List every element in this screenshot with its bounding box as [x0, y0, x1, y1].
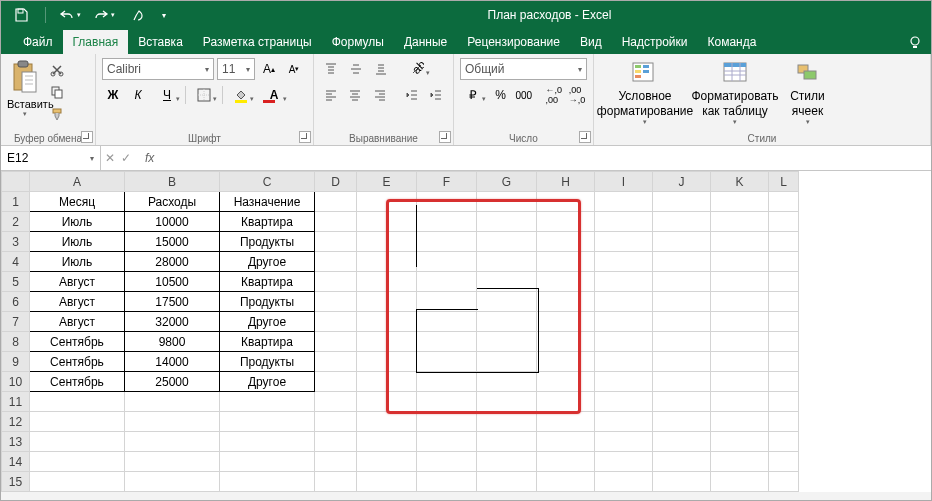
- cell-L4[interactable]: [769, 252, 799, 272]
- cell-H4[interactable]: [537, 252, 595, 272]
- cell-G5[interactable]: [477, 272, 537, 292]
- row-header-2[interactable]: 2: [2, 212, 30, 232]
- cell-F6[interactable]: [417, 292, 477, 312]
- cell-J8[interactable]: [653, 332, 711, 352]
- cell-C13[interactable]: [220, 432, 315, 452]
- cell-J6[interactable]: [653, 292, 711, 312]
- increase-font-button[interactable]: A▴: [258, 58, 280, 80]
- cell-J12[interactable]: [653, 412, 711, 432]
- cell-C14[interactable]: [220, 452, 315, 472]
- cell-C9[interactable]: Продукты: [220, 352, 315, 372]
- row-header-1[interactable]: 1: [2, 192, 30, 212]
- cell-L14[interactable]: [769, 452, 799, 472]
- row-header-10[interactable]: 10: [2, 372, 30, 392]
- cell-K8[interactable]: [711, 332, 769, 352]
- cell-A2[interactable]: Июль: [30, 212, 125, 232]
- tell-me-icon[interactable]: [907, 35, 923, 54]
- cell-G14[interactable]: [477, 452, 537, 472]
- cell-E4[interactable]: [357, 252, 417, 272]
- spreadsheet-grid[interactable]: ABCDEFGHIJKL1МесяцРасходыНазначение2Июль…: [1, 171, 931, 492]
- cell-G4[interactable]: [477, 252, 537, 272]
- cell-H13[interactable]: [537, 432, 595, 452]
- row-header-15[interactable]: 15: [2, 472, 30, 492]
- format-painter-button[interactable]: [45, 104, 69, 124]
- cancel-formula-icon[interactable]: ✕: [105, 151, 115, 165]
- increase-indent-button[interactable]: [425, 84, 447, 106]
- cell-I4[interactable]: [595, 252, 653, 272]
- cell-F9[interactable]: [417, 352, 477, 372]
- row-header-5[interactable]: 5: [2, 272, 30, 292]
- row-header-6[interactable]: 6: [2, 292, 30, 312]
- cell-H12[interactable]: [537, 412, 595, 432]
- col-header-B[interactable]: B: [125, 172, 220, 192]
- tab-review[interactable]: Рецензирование: [457, 30, 570, 54]
- cell-A15[interactable]: [30, 472, 125, 492]
- cell-F11[interactable]: [417, 392, 477, 412]
- cell-F8[interactable]: [417, 332, 477, 352]
- tab-insert[interactable]: Вставка: [128, 30, 193, 54]
- cell-H9[interactable]: [537, 352, 595, 372]
- cell-F10[interactable]: [417, 372, 477, 392]
- cell-D5[interactable]: [315, 272, 357, 292]
- cell-I10[interactable]: [595, 372, 653, 392]
- cell-A14[interactable]: [30, 452, 125, 472]
- cell-J11[interactable]: [653, 392, 711, 412]
- cell-B11[interactable]: [125, 392, 220, 412]
- cell-K14[interactable]: [711, 452, 769, 472]
- paste-button[interactable]: Вставить ▾: [5, 56, 45, 124]
- cell-G10[interactable]: [477, 372, 537, 392]
- cell-A6[interactable]: Август: [30, 292, 125, 312]
- cell-L10[interactable]: [769, 372, 799, 392]
- cell-L9[interactable]: [769, 352, 799, 372]
- cell-D2[interactable]: [315, 212, 357, 232]
- cell-A9[interactable]: Сентябрь: [30, 352, 125, 372]
- cell-I1[interactable]: [595, 192, 653, 212]
- cell-G9[interactable]: [477, 352, 537, 372]
- cell-B13[interactable]: [125, 432, 220, 452]
- undo-button[interactable]: ▾: [54, 3, 86, 27]
- cell-I7[interactable]: [595, 312, 653, 332]
- cut-button[interactable]: [45, 60, 69, 80]
- cell-J2[interactable]: [653, 212, 711, 232]
- cell-A8[interactable]: Сентябрь: [30, 332, 125, 352]
- cell-I5[interactable]: [595, 272, 653, 292]
- col-header-K[interactable]: K: [711, 172, 769, 192]
- cell-E11[interactable]: [357, 392, 417, 412]
- row-header-4[interactable]: 4: [2, 252, 30, 272]
- cell-F3[interactable]: [417, 232, 477, 252]
- cell-L5[interactable]: [769, 272, 799, 292]
- number-format-combo[interactable]: Общий▾: [460, 58, 587, 80]
- cell-A7[interactable]: Август: [30, 312, 125, 332]
- cell-F12[interactable]: [417, 412, 477, 432]
- cell-A3[interactable]: Июль: [30, 232, 125, 252]
- tab-formulas[interactable]: Формулы: [322, 30, 394, 54]
- row-header-7[interactable]: 7: [2, 312, 30, 332]
- cell-H2[interactable]: [537, 212, 595, 232]
- cell-F7[interactable]: [417, 312, 477, 332]
- row-header-8[interactable]: 8: [2, 332, 30, 352]
- cell-D7[interactable]: [315, 312, 357, 332]
- cell-J7[interactable]: [653, 312, 711, 332]
- cell-J13[interactable]: [653, 432, 711, 452]
- align-middle-button[interactable]: [345, 58, 367, 80]
- cell-I6[interactable]: [595, 292, 653, 312]
- cell-D12[interactable]: [315, 412, 357, 432]
- cell-J5[interactable]: [653, 272, 711, 292]
- cell-B3[interactable]: 15000: [125, 232, 220, 252]
- cell-L8[interactable]: [769, 332, 799, 352]
- orientation-button[interactable]: ab: [402, 58, 432, 80]
- cell-B8[interactable]: 9800: [125, 332, 220, 352]
- cell-K1[interactable]: [711, 192, 769, 212]
- cell-D6[interactable]: [315, 292, 357, 312]
- cell-J14[interactable]: [653, 452, 711, 472]
- cell-H11[interactable]: [537, 392, 595, 412]
- bold-button[interactable]: Ж: [102, 84, 124, 106]
- cell-J3[interactable]: [653, 232, 711, 252]
- qat-customize-button[interactable]: ▾: [156, 3, 172, 27]
- clipboard-dialog-launcher[interactable]: [81, 131, 93, 143]
- cell-D9[interactable]: [315, 352, 357, 372]
- cell-D3[interactable]: [315, 232, 357, 252]
- tab-data[interactable]: Данные: [394, 30, 457, 54]
- select-all-corner[interactable]: [2, 172, 30, 192]
- cell-E7[interactable]: [357, 312, 417, 332]
